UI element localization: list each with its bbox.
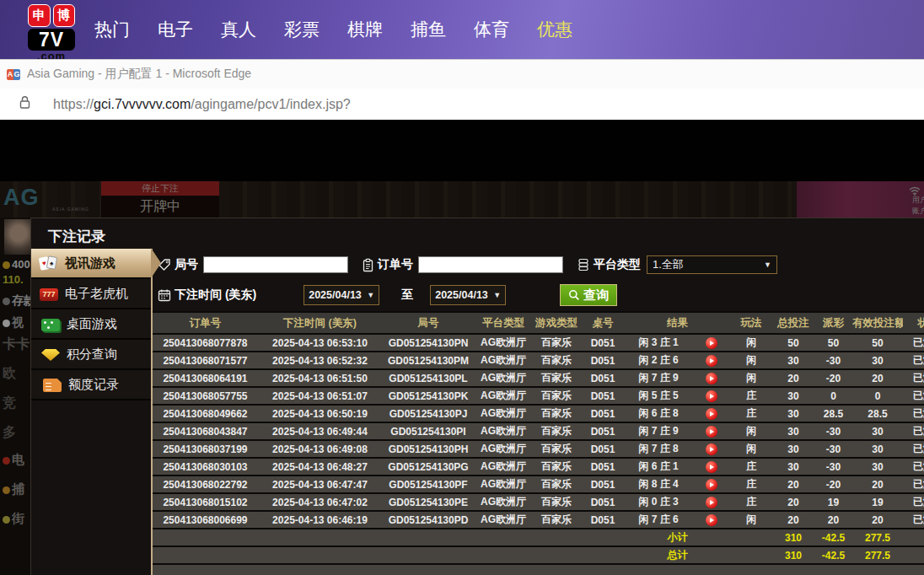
cell: GD051254130PL: [382, 370, 475, 386]
date-to-select[interactable]: 2025/04/13▼: [430, 285, 506, 305]
cell: 闲 2 庄 6: [625, 352, 692, 368]
replay-play-icon[interactable]: [706, 337, 717, 349]
replay-play-icon[interactable]: [706, 390, 717, 402]
site-logo[interactable]: 申 博 7V .com: [28, 4, 75, 62]
replay-cell: [692, 459, 730, 475]
sidebar-item-label: 额度记录: [68, 377, 119, 393]
table-row[interactable]: 2504130680577552025-04-13 06:51:07GD0512…: [153, 388, 924, 404]
valid-bet-cell: 20: [852, 512, 903, 528]
table-row[interactable]: 2504130680438472025-04-13 06:49:44GD0512…: [153, 423, 924, 439]
nav-item-0[interactable]: 热门: [94, 18, 130, 41]
table-row[interactable]: 2504130680496622025-04-13 06:50:19GD0512…: [153, 406, 924, 422]
spacer: [903, 547, 924, 563]
cell: AG欧洲厅: [475, 335, 532, 351]
search-button[interactable]: 查询: [560, 284, 617, 306]
records-table: 订单号下注时间 (美东)局号平台类型游戏类型桌号结果玩法总投注派彩有效投注额状态…: [153, 311, 924, 575]
cell: 百家乐: [532, 441, 581, 457]
col-header-2: 局号: [382, 313, 475, 333]
cell: 250413068043847: [153, 423, 258, 439]
nav-item-5[interactable]: 捕鱼: [411, 18, 446, 41]
total-row-valid-bet: 277.5: [852, 547, 903, 563]
cell: GD051254130PD: [382, 512, 475, 528]
replay-play-icon[interactable]: [706, 373, 717, 384]
payout-cell: 19: [814, 494, 852, 510]
round-number-input[interactable]: [203, 256, 348, 273]
nav-menu: 热门电子真人彩票棋牌捕鱼体育优惠: [94, 0, 572, 59]
payout-cell: -20: [814, 370, 852, 386]
replay-play-icon[interactable]: [706, 461, 717, 473]
table-row[interactable]: 2504130680151022025-04-13 06:47:02GD0512…: [153, 494, 924, 510]
total-bet-cell: 30: [772, 406, 814, 422]
lock-icon[interactable]: [19, 95, 31, 113]
betting-records-modal: 下注记录 ♥♠视讯游戏777电子老虎机桌面游戏积分查询额度记录 局号 订单号 平…: [30, 218, 924, 575]
col-header-7: 玩法: [730, 313, 772, 333]
sidebar-item-label: 电子老虎机: [65, 286, 128, 302]
total-bet-cell: 20: [772, 476, 814, 492]
cell: AG欧洲厅: [475, 370, 532, 386]
slots-777-icon: 777: [40, 288, 58, 301]
replay-play-icon[interactable]: [706, 514, 717, 526]
col-header-1: 下注时间 (美东): [258, 313, 382, 333]
total-bet-cell: 30: [772, 352, 814, 368]
nav-item-3[interactable]: 彩票: [284, 18, 320, 41]
replay-play-icon[interactable]: [706, 443, 717, 455]
cell: 2025-04-13 06:50:19: [258, 406, 382, 422]
payout-cell: 28.5: [814, 406, 852, 422]
sidebar-item-3[interactable]: 积分查询: [31, 340, 151, 370]
valid-bet-cell: 50: [852, 335, 903, 351]
table-header-row: 订单号下注时间 (美东)局号平台类型游戏类型桌号结果玩法总投注派彩有效投注额状态: [153, 313, 924, 333]
cell: 250413068064191: [153, 370, 258, 386]
status-cell: 已派彩: [903, 335, 924, 351]
table-row[interactable]: 2504130680715772025-04-13 06:52:32GD0512…: [153, 352, 924, 368]
sidebar-item-1[interactable]: 777电子老虎机: [31, 279, 151, 309]
status-cell: 已派彩: [903, 370, 924, 386]
cell: 闲 7 庄 6: [625, 512, 692, 528]
valid-bet-cell: 28.5: [852, 406, 903, 422]
nav-item-4[interactable]: 棋牌: [347, 18, 383, 41]
sidebar-item-4[interactable]: 额度记录: [31, 370, 151, 400]
playtype-cell: 庄: [730, 406, 772, 422]
cell: 闲 8 庄 4: [625, 476, 692, 492]
playtype-cell: 闲: [730, 423, 772, 439]
browser-url-bar[interactable]: https://gci.7vvvvvv.com/agingame/pcv1/in…: [0, 89, 924, 121]
nav-item-6[interactable]: 体育: [474, 18, 509, 41]
replay-play-icon[interactable]: [706, 355, 717, 367]
table-row[interactable]: 2504130680066992025-04-13 06:46:19GD0512…: [153, 512, 924, 528]
nav-item-1[interactable]: 电子: [158, 18, 193, 41]
sidebar-item-label: 积分查询: [67, 347, 117, 363]
spacer: [153, 565, 924, 575]
replay-play-icon[interactable]: [706, 497, 717, 508]
cell: 2025-04-13 06:48:27: [258, 459, 382, 475]
platform-type-select[interactable]: 1.全部 ▼: [647, 255, 777, 274]
table-row[interactable]: 2504130680301032025-04-13 06:48:27GD0512…: [153, 459, 924, 475]
cell: 百家乐: [532, 423, 581, 439]
sidebar-item-0[interactable]: ♥♠视讯游戏: [31, 249, 151, 279]
cell: D051: [581, 512, 625, 528]
status-cell: 已派彩: [903, 512, 924, 528]
url-text[interactable]: https://gci.7vvvvvv.com/agingame/pcv1/in…: [53, 97, 351, 112]
playtype-cell: 庄: [730, 494, 772, 510]
cell: 百家乐: [532, 352, 581, 368]
table-row[interactable]: 2504130680641912025-04-13 06:51:50GD0512…: [153, 370, 924, 386]
cell: GD051254130PF: [382, 476, 475, 492]
replay-play-icon[interactable]: [706, 426, 717, 438]
date-from-select[interactable]: 2025/04/13▼: [304, 285, 379, 305]
replay-play-icon[interactable]: [706, 408, 717, 420]
replay-cell: [692, 441, 730, 457]
cell: 2025-04-13 06:47:47: [258, 476, 382, 492]
order-number-input[interactable]: [418, 256, 563, 273]
nav-item-2[interactable]: 真人: [221, 18, 256, 41]
clipboard-icon: [362, 258, 374, 272]
table-row[interactable]: 2504130680227922025-04-13 06:47:47GD0512…: [153, 476, 924, 492]
cell: D051: [581, 352, 625, 368]
table-row[interactable]: 2504130680778782025-04-13 06:53:10GD0512…: [153, 335, 924, 351]
replay-play-icon[interactable]: [706, 479, 717, 491]
cell: AG欧洲厅: [475, 476, 532, 492]
cell: 百家乐: [532, 476, 581, 492]
chevron-down-icon: ▼: [493, 291, 501, 299]
table-row[interactable]: 2504130680371992025-04-13 06:49:08GD0512…: [153, 441, 924, 457]
cell: AG欧洲厅: [475, 352, 532, 368]
col-header-11: 状态: [903, 313, 924, 333]
nav-item-7[interactable]: 优惠: [537, 18, 572, 41]
sidebar-item-2[interactable]: 桌面游戏: [31, 309, 151, 340]
